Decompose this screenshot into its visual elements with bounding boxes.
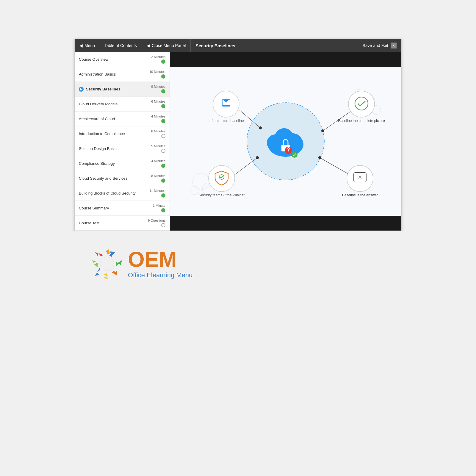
main-area: Course Overview 2 Minutes Administration… [75, 52, 401, 231]
logo-text-group: OEM Office Elearning Menu [128, 249, 192, 279]
svg-point-39 [100, 257, 114, 271]
status-complete-icon [161, 178, 165, 183]
sidebar-item-architecture[interactable]: Architecture of Cloud 4 Minutes [75, 112, 170, 126]
svg-point-24 [213, 91, 239, 117]
diagram-area: Infrastructure baseline Baseline the com… [170, 67, 401, 216]
sidebar-item-security-baselines[interactable]: Security Baselines 9 Minutes [75, 82, 170, 97]
status-complete-icon [161, 164, 165, 168]
svg-point-32 [209, 165, 235, 192]
menu-label: Menu [84, 43, 95, 48]
status-complete-icon [161, 104, 165, 108]
close-x-button[interactable]: x [391, 43, 397, 48]
svg-point-3 [192, 173, 209, 190]
oem-arrows-logo [92, 249, 122, 279]
chevron-left-icon-2: ◀ [147, 43, 150, 48]
svg-line-19 [320, 158, 351, 176]
svg-text:Security teams - "the villains: Security teams - "the villains" [199, 193, 245, 197]
svg-text:Infrastructure baseline: Infrastructure baseline [209, 119, 244, 123]
sidebar-item-course-summary[interactable]: Course Summary 1 Minute [75, 201, 170, 216]
slide-title: Security Baselines [191, 43, 358, 48]
status-incomplete-icon [161, 223, 165, 227]
sidebar-item-administration-basics[interactable]: Administration Basics 10 Minutes [75, 67, 170, 82]
status-complete-icon [161, 89, 165, 93]
diagram-svg: Infrastructure baseline Baseline the com… [174, 77, 397, 205]
sidebar-item-compliance-strategy[interactable]: Compliance Strategy 4 Minutes [75, 156, 170, 171]
status-incomplete-icon [161, 134, 165, 138]
status-incomplete-icon [161, 149, 165, 153]
status-complete-icon [161, 193, 165, 198]
sidebar-item-compliance-intro[interactable]: Introduction to Compliance 6 Minutes [75, 126, 170, 141]
svg-text:Baseline is the answer: Baseline is the answer [342, 193, 378, 197]
outer-wrapper: ◀ Menu Table of Contents ◀ Close Menu Pa… [0, 0, 476, 476]
logo-section: OEM Office Elearning Menu [74, 231, 402, 291]
content-top-bar [170, 52, 401, 67]
toc-label: Table of Contents [100, 39, 142, 52]
menu-button[interactable]: ◀ Menu [75, 39, 100, 52]
status-complete-icon [161, 60, 165, 64]
sidebar-item-cloud-security[interactable]: Cloud Security and Services 8 Minutes [75, 171, 170, 186]
svg-point-20 [259, 126, 262, 129]
svg-point-21 [321, 129, 324, 132]
content-slide: Infrastructure baseline Baseline the com… [170, 67, 401, 216]
status-complete-icon [161, 119, 165, 123]
oem-subtitle: Office Elearning Menu [128, 271, 192, 279]
status-complete-icon [161, 74, 165, 79]
sidebar-item-cloud-delivery[interactable]: Cloud Delivery Models 6 Minutes [75, 97, 170, 112]
svg-point-10 [275, 128, 294, 147]
svg-line-18 [234, 158, 257, 176]
content-area: Infrastructure baseline Baseline the com… [170, 52, 401, 231]
close-panel-button[interactable]: ◀ Close Menu Panel [142, 39, 191, 52]
lms-container: ◀ Menu Table of Contents ◀ Close Menu Pa… [74, 39, 402, 231]
content-bottom-bar [170, 216, 401, 231]
save-exit-button[interactable]: Save and Exit x [358, 39, 401, 52]
svg-point-23 [318, 156, 321, 159]
sidebar-item-course-test[interactable]: Course Test 9 Questions [75, 216, 170, 231]
svg-text:A: A [358, 175, 361, 180]
sidebar-item-solution-design[interactable]: Solution Design Basics 5 Minutes [75, 141, 170, 156]
sidebar-item-building-blocks[interactable]: Building Blocks of Cloud Security 11 Min… [75, 186, 170, 201]
oem-text: OEM [128, 249, 192, 270]
svg-text:Baseline the complete picture: Baseline the complete picture [338, 119, 385, 123]
header-bar: ◀ Menu Table of Contents ◀ Close Menu Pa… [75, 39, 401, 52]
sidebar-item-course-overview[interactable]: Course Overview 2 Minutes [75, 52, 170, 67]
chevron-left-icon: ◀ [79, 43, 83, 48]
current-item-icon [79, 87, 84, 92]
status-complete-icon [161, 208, 165, 212]
svg-point-22 [256, 156, 259, 159]
sidebar: Course Overview 2 Minutes Administration… [75, 52, 170, 231]
